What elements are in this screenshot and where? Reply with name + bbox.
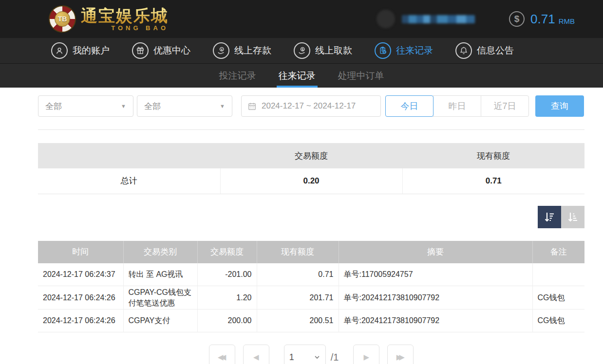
search-button[interactable]: 查询 [535, 95, 584, 117]
nav-item-deposit[interactable]: 线上存款 [213, 42, 271, 59]
records-icon [375, 42, 391, 59]
nav-label: 信息公告 [477, 44, 514, 57]
filter-bar: 全部 ▼ 全部 ▼ 2024-12-17 ~ 2024-12-17 今日 昨日 … [38, 95, 584, 117]
balance-amount[interactable]: 0.71 [530, 12, 555, 27]
table-row: 2024-12-17 06:24:26 CGPAY支付 200.00 200.5… [38, 309, 584, 332]
page-select-value: 1 [289, 352, 294, 363]
right-arrow-icon: ▶ [364, 353, 370, 362]
site-subtitle: TONG BAO [111, 25, 169, 31]
type-select-value: 全部 [144, 101, 161, 112]
cell-summary: 单号:117005924757 [339, 263, 532, 286]
withdraw-icon [294, 42, 310, 59]
col-header-balance: 现有额度 [257, 241, 339, 263]
cell-balance: 200.51 [257, 309, 339, 332]
category-select[interactable]: 全部 ▼ [38, 95, 133, 117]
content-area: 全部 ▼ 全部 ▼ 2024-12-17 ~ 2024-12-17 今日 昨日 … [38, 95, 584, 364]
cell-time: 2024-12-17 06:24:26 [38, 286, 123, 309]
cell-type: CGPAY-CG钱包支付笔笔送优惠 [123, 286, 197, 309]
avatar[interactable] [377, 10, 395, 28]
cell-summary: 单号:202412173810907792 [339, 286, 532, 309]
nav-label: 我的账户 [73, 44, 110, 57]
cell-note [532, 263, 584, 286]
cell-time: 2024-12-17 06:24:26 [38, 309, 123, 332]
casino-chip-icon: TB [49, 5, 76, 33]
cell-amount: -201.00 [197, 263, 257, 286]
deposit-icon [213, 42, 229, 59]
page-total-label: /1 [331, 345, 339, 364]
category-select-value: 全部 [45, 101, 62, 112]
first-page-button[interactable]: ◀◀ [209, 345, 235, 364]
date-range-value: 2024-12-17 ~ 2024-12-17 [262, 101, 356, 111]
cell-note: CG钱包 [532, 309, 584, 332]
chip-monogram: TB [55, 11, 70, 27]
section-divider [38, 129, 584, 130]
chevron-down-icon: ▼ [121, 103, 126, 109]
summary-total-label: 总计 [38, 168, 220, 194]
type-select[interactable]: 全部 ▼ [137, 95, 232, 117]
tab-pending-orders[interactable]: 处理中订单 [336, 64, 386, 88]
nav-item-promotions[interactable]: 优惠中心 [132, 42, 190, 59]
nav-label: 优惠中心 [153, 44, 190, 57]
yesterday-button[interactable]: 昨日 [433, 95, 481, 117]
balance-currency: RMB [559, 13, 575, 25]
page-select[interactable]: 1 [284, 345, 326, 364]
table-header-row: 时间 交易类别 交易额度 现有额度 摘要 备注 [38, 241, 584, 263]
chevron-down-icon: ▼ [220, 103, 225, 109]
site-title: 通宝娱乐城 [81, 7, 169, 24]
today-button[interactable]: 今日 [385, 95, 433, 117]
record-tabs: 投注记录 往来记录 处理中订单 [0, 63, 603, 88]
main-nav: 我的账户 优惠中心 线上存款 [0, 38, 603, 63]
last-page-button[interactable]: ▶▶ [387, 345, 414, 364]
nav-label: 线上存款 [234, 44, 271, 57]
calendar-icon [247, 102, 257, 111]
cell-balance: 0.71 [257, 263, 339, 286]
summary-total-amount: 0.20 [220, 168, 402, 194]
tab-transaction-records[interactable]: 往来记录 [277, 64, 318, 88]
summary-header-amount: 交易额度 [220, 143, 402, 168]
gift-icon [132, 42, 149, 59]
summary-header-blank [38, 143, 220, 168]
col-header-summary: 摘要 [339, 241, 532, 263]
table-row: 2024-12-17 06:24:26 CGPAY-CG钱包支付笔笔送优惠 1.… [38, 286, 584, 309]
sort-ascending-icon [566, 211, 579, 223]
nav-item-announcements[interactable]: 信息公告 [455, 42, 514, 59]
left-arrow-icon: ◀ [253, 353, 259, 362]
tab-betting-records[interactable]: 投注记录 [217, 64, 258, 88]
next-page-button[interactable]: ▶ [353, 345, 379, 364]
summary-total-row: 总计 0.20 0.71 [38, 168, 584, 194]
last7days-button[interactable]: 近7日 [481, 95, 529, 117]
col-header-amount: 交易额度 [197, 241, 257, 263]
summary-table: 交易额度 现有额度 总计 0.20 0.71 [38, 143, 584, 194]
sort-descending-button[interactable] [538, 206, 561, 228]
cell-amount: 200.00 [197, 309, 257, 332]
nav-label: 线上取款 [315, 44, 352, 57]
sort-ascending-button[interactable] [561, 206, 584, 228]
sort-controls [38, 206, 584, 228]
summary-header-balance: 现有额度 [402, 143, 584, 168]
cell-type: 转出 至 AG视讯 [123, 263, 197, 286]
col-header-time: 时间 [38, 241, 123, 263]
nav-item-withdraw[interactable]: 线上取款 [294, 42, 352, 59]
cell-summary: 单号:202412173810907792 [339, 309, 532, 332]
nav-item-records[interactable]: 往来记录 [375, 42, 433, 59]
cell-balance: 201.71 [257, 286, 339, 309]
site-logo[interactable]: TB 通宝娱乐城 TONG BAO [49, 5, 169, 33]
quick-date-group: 今日 昨日 近7日 [385, 95, 529, 117]
bell-icon [455, 42, 472, 59]
transaction-records-page: TB 通宝娱乐城 TONG BAO $ 0.71 RMB 我的账户 [0, 0, 603, 364]
double-right-arrow-icon: ▶▶ [396, 353, 402, 362]
nav-item-my-account[interactable]: 我的账户 [51, 42, 110, 59]
cell-note: CG钱包 [532, 286, 584, 309]
summary-total-balance: 0.71 [402, 168, 584, 194]
dollar-coin-icon: $ [509, 11, 525, 27]
user-icon [51, 42, 68, 59]
col-header-type: 交易类别 [123, 241, 197, 263]
cell-type: CGPAY支付 [123, 309, 197, 332]
date-range-picker[interactable]: 2024-12-17 ~ 2024-12-17 [241, 95, 381, 117]
nav-label: 往来记录 [396, 44, 433, 57]
cell-time: 2024-12-17 06:24:37 [38, 263, 123, 286]
col-header-note: 备注 [532, 241, 584, 263]
top-header: TB 通宝娱乐城 TONG BAO $ 0.71 RMB [0, 0, 603, 38]
transactions-table: 时间 交易类别 交易额度 现有额度 摘要 备注 2024-12-17 06:24… [38, 241, 584, 333]
prev-page-button[interactable]: ◀ [243, 345, 269, 364]
